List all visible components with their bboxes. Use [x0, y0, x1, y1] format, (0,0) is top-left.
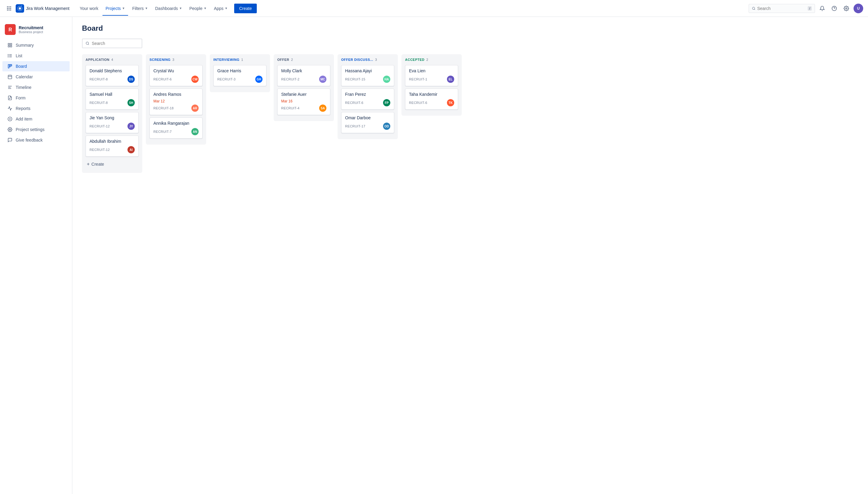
card-id: RECRUIT-1 [409, 77, 427, 81]
sidebar-item-add-item[interactable]: Add item [2, 114, 70, 124]
sidebar-item-calendar[interactable]: Calendar [2, 72, 70, 82]
column-title-screening: SCREENING [149, 58, 171, 61]
topnav: Jira Work Management Your work Projects … [0, 0, 868, 17]
nav-item-dashboards[interactable]: Dashboards ▼ [152, 4, 185, 13]
column-count-interviewing: 1 [241, 58, 243, 61]
card-meta: RECRUIT-18 AR [153, 104, 199, 112]
card-name: Annika Rangarajan [153, 121, 199, 126]
card-id: RECRUIT-17 [345, 125, 365, 128]
help-icon[interactable] [829, 4, 839, 13]
card-meta: RECRUIT-8 DS [90, 76, 135, 83]
card-name: Andres Ramos [153, 92, 199, 97]
card-avatar: AI [128, 146, 135, 153]
card-donald-stephens[interactable]: Donald Stephens RECRUIT-8 DS [86, 65, 138, 86]
sidebar-nav: Summary List Board [0, 40, 72, 145]
sidebar-item-summary[interactable]: Summary [2, 40, 70, 50]
card-id: RECRUIT-12 [90, 148, 110, 152]
card-abdullah-ibrahim[interactable]: Abdullah Ibrahim RECRUIT-12 AI [86, 136, 138, 157]
card-fran-perez[interactable]: Fran Perez RECRUIT-6 FP [341, 89, 394, 110]
card-hassana-ajayi[interactable]: Hassana Ajayi RECRUIT-15 HA [341, 65, 394, 86]
svg-point-43 [86, 42, 89, 44]
svg-rect-28 [10, 64, 11, 67]
board-icon [7, 63, 13, 69]
sidebar-item-project-settings[interactable]: Project settings [2, 125, 70, 135]
sidebar-item-reports[interactable]: Reports [2, 103, 70, 114]
sidebar-item-form[interactable]: Form [2, 93, 70, 103]
nav-item-people[interactable]: People ▼ [186, 4, 210, 13]
sidebar-item-board[interactable]: Board [2, 61, 70, 71]
board-search-input-container[interactable] [82, 39, 142, 48]
nav-item-projects[interactable]: Projects ▼ [103, 4, 128, 13]
calendar-icon [7, 74, 13, 79]
column-title-accepted: ACCEPTED [405, 58, 425, 61]
sidebar-item-label-add-item: Add item [16, 117, 32, 121]
board-columns: APPLICATION 4 Donald Stephens RECRUIT-8 … [82, 54, 858, 178]
card-avatar: MC [319, 76, 327, 83]
card-meta: RECRUIT-15 HA [345, 76, 390, 83]
main-content: Board APPLICATION 4 Donald Stephens [72, 17, 868, 494]
card-molly-clark[interactable]: Molly Clark RECRUIT-2 MC [277, 65, 330, 86]
nav-item-your-work[interactable]: Your work [77, 4, 101, 13]
card-omar-darboe[interactable]: Omar Darboe RECRUIT-17 OD [341, 112, 394, 133]
form-icon [7, 95, 13, 101]
create-button[interactable]: Create [234, 4, 257, 13]
sidebar-item-label-project-settings: Project settings [16, 127, 44, 132]
svg-rect-8 [10, 10, 11, 10]
card-taha-kandemir[interactable]: Taha Kandemir RECRUIT-6 TK [405, 89, 458, 110]
create-card-label: Create [91, 162, 104, 167]
topnav-left: Jira Work Management Your work Projects … [5, 4, 257, 13]
card-meta: RECRUIT-12 JY [90, 122, 135, 130]
card-meta: RECRUIT-1 EL [409, 76, 454, 83]
svg-point-25 [8, 55, 8, 56]
search-input[interactable] [757, 6, 806, 11]
card-eva-lien[interactable]: Eva Lien RECRUIT-1 EL [405, 65, 458, 86]
card-samuel-hall[interactable]: Samuel Hall RECRUIT-8 SH [86, 89, 138, 110]
svg-rect-19 [8, 45, 10, 47]
card-id: RECRUIT-18 [153, 106, 173, 110]
card-jie-yan-song[interactable]: Jie Yan Song RECRUIT-12 JY [86, 112, 138, 133]
column-count-screening: 3 [172, 58, 174, 61]
board-search-text-input[interactable] [92, 41, 138, 46]
svg-rect-5 [10, 8, 11, 9]
card-meta: RECRUIT-6 TK [409, 99, 454, 106]
card-name: Samuel Hall [90, 92, 135, 97]
column-offer-discuss: OFFER DISCUSS... 3 Hassana Ajayi RECRUIT… [337, 54, 398, 139]
nav-item-apps[interactable]: Apps ▼ [211, 4, 231, 13]
logo-area[interactable]: Jira Work Management [16, 4, 69, 13]
grid-icon[interactable] [5, 4, 13, 13]
board-search-icon [86, 41, 89, 45]
notifications-icon[interactable] [817, 4, 827, 13]
column-screening: SCREENING 3 Crystal Wu RECRUIT-6 CW Andr… [146, 54, 206, 145]
svg-point-11 [752, 7, 755, 10]
settings-icon[interactable] [842, 4, 851, 13]
card-annika-rangarajan[interactable]: Annika Rangarajan RECRUIT-7 AN [149, 117, 203, 138]
card-avatar: DS [128, 76, 135, 83]
card-meta: RECRUIT-17 OD [345, 122, 390, 130]
nav-items: Your work Projects ▼ Filters ▼ Dashboard… [77, 4, 257, 13]
sidebar-item-list[interactable]: List [2, 51, 70, 61]
svg-rect-2 [10, 6, 11, 7]
card-meta: RECRUIT-4 SA [281, 104, 327, 112]
create-card-button[interactable]: + Create [86, 159, 138, 169]
svg-point-26 [8, 57, 8, 57]
feedback-icon [7, 137, 13, 143]
sidebar-item-timeline[interactable]: Timeline [2, 82, 70, 93]
sidebar-item-give-feedback[interactable]: Give feedback [2, 135, 70, 145]
nav-item-filters[interactable]: Filters ▼ [129, 4, 151, 13]
card-grace-harris[interactable]: Grace Harris RECRUIT-3 GH [214, 65, 266, 86]
card-id: RECRUIT-6 [345, 101, 364, 104]
card-avatar: CW [191, 76, 199, 83]
card-stefanie-auer[interactable]: Stefanie Auer Mar 16 RECRUIT-4 SA [277, 89, 330, 115]
card-meta: RECRUIT-7 AN [153, 128, 199, 135]
card-id: RECRUIT-6 [409, 101, 427, 104]
column-title-interviewing: INTERVIEWING [214, 58, 239, 61]
card-crystal-wu[interactable]: Crystal Wu RECRUIT-6 CW [149, 65, 203, 86]
card-andres-ramos[interactable]: Andres Ramos Mar 12 RECRUIT-18 AR [149, 89, 203, 115]
column-header-interviewing: INTERVIEWING 1 [214, 58, 266, 61]
logo-text: Jira Work Management [26, 6, 69, 11]
card-avatar: OD [383, 122, 390, 130]
search-box[interactable]: / [749, 4, 815, 13]
card-date-red: Mar 12 [153, 99, 199, 103]
user-avatar[interactable]: U [853, 4, 863, 13]
svg-rect-29 [11, 64, 12, 66]
